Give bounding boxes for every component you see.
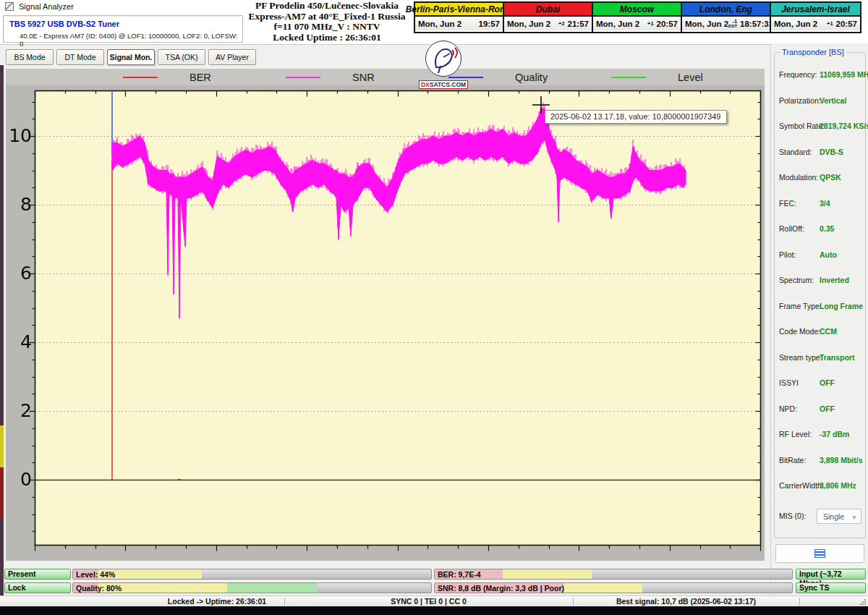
level-line-swatch bbox=[611, 77, 646, 78]
header-area: Signal Analyzer TBS 5927 USB DVB-S2 Tune… bbox=[0, 0, 868, 45]
resize-grip[interactable] bbox=[859, 598, 867, 606]
tp-row-value: 3,806 MHz bbox=[820, 481, 856, 490]
transponder-row: CarrierWidth:3,806 MHz bbox=[775, 481, 865, 491]
tab-av-player[interactable]: AV Player bbox=[208, 49, 256, 65]
tab-signal-mon-[interactable]: Signal Mon. bbox=[107, 49, 155, 65]
station-line-4: Locked Uptime : 26:36:01 bbox=[244, 33, 410, 43]
snr-bar-text: SNR: 8,8 dB (Margin: 3,3 dB | Poor) bbox=[438, 583, 564, 593]
tab-bs-mode[interactable]: BS Mode bbox=[6, 49, 54, 65]
tp-row-label: Code Mode: bbox=[779, 327, 820, 336]
clock-berlin-paris-vienna-roma: Berlin-Paris-Vienna-RomaMon, Jun 219:57 bbox=[415, 3, 504, 32]
tp-row-label: FEC: bbox=[779, 199, 796, 208]
clock-moscow: MoscowMon, Jun 2+120:57 bbox=[593, 3, 682, 32]
title-bar[interactable]: Signal Analyzer bbox=[0, 0, 246, 13]
legend-item-level: Level bbox=[611, 69, 703, 85]
chart-legend: BERSNRQualityLevel bbox=[6, 69, 765, 85]
tp-row-value: Transport bbox=[820, 353, 854, 362]
lock-badge: Lock bbox=[4, 582, 71, 593]
legend-label: Quality bbox=[515, 72, 548, 83]
tp-row-label: Spectrum: bbox=[779, 276, 814, 284]
tp-row-label: NPD: bbox=[779, 404, 797, 413]
transponder-row: Polarization:Vertical bbox=[775, 96, 865, 106]
clock-time: Mon, Jun 2-1DST18:57:31 bbox=[682, 17, 770, 30]
report-icon bbox=[814, 549, 825, 558]
app-icon bbox=[5, 2, 14, 11]
status-best-signal: Best signal: 10,7 dB (2025-06-02 13:17) bbox=[573, 597, 799, 606]
clock-dubai: DubaiMon, Jun 2+221:57 bbox=[504, 3, 593, 32]
mode-tabs: BS ModeDT ModeSignal Mon.TSA (OK)AV Play… bbox=[6, 49, 256, 65]
bar-segment bbox=[563, 583, 642, 593]
transponder-row: Standard:DVB-S bbox=[775, 148, 865, 158]
window-title: Signal Analyzer bbox=[19, 2, 74, 11]
clock-london-eng: London, EngMon, Jun 2-1DST18:57:31 bbox=[682, 3, 771, 32]
desktop-fragment bbox=[0, 425, 4, 467]
input-badge: Input (~3,72 Mbps) bbox=[796, 569, 866, 580]
transponder-row: Symbol Rate:2819,724 KS/s bbox=[775, 122, 865, 132]
transponder-panel: Transponder [BS] Frequency:11069,959 MHz… bbox=[770, 43, 868, 606]
chart-tooltip: 2025-06-02 13.17.18, value: 10,800000190… bbox=[545, 110, 727, 124]
legend-item-ber: BER bbox=[123, 69, 211, 85]
station-line-3: f=11 070 MHz_V : NNTV bbox=[244, 22, 410, 33]
tp-row-label: Standard: bbox=[779, 148, 812, 156]
tp-row-label: Frequency: bbox=[779, 70, 817, 79]
tp-row-value: -37 dBm bbox=[820, 430, 849, 438]
level-bar: Level: 44% bbox=[72, 569, 432, 580]
signal-analyzer-window: Signal Analyzer TBS 5927 USB DVB-S2 Tune… bbox=[0, 0, 868, 615]
tp-row-value: QPSK bbox=[820, 173, 841, 182]
transponder-row: Spectrum:Inverted bbox=[775, 276, 865, 286]
mis-dropdown[interactable]: Single ▼ bbox=[817, 509, 861, 524]
tp-row-value: 3,898 Mbit/s bbox=[820, 456, 863, 465]
level-bar-text: Level: 44% bbox=[76, 569, 115, 580]
quality-bar: Quality: 80% bbox=[72, 582, 432, 593]
tab-tsa-ok-[interactable]: TSA (OK) bbox=[158, 49, 205, 65]
tp-row-label: Symbol Rate: bbox=[779, 122, 825, 130]
clock-city-label: London, Eng bbox=[682, 3, 770, 17]
signal-chart: BERSNRQualityLevel 2025-06-02 13.17.18, … bbox=[6, 69, 765, 561]
legend-label: BER bbox=[190, 72, 211, 83]
tp-row-label: Modulation: bbox=[779, 173, 818, 182]
legend-label: SNR bbox=[352, 72, 375, 83]
tp-row-label: RF Level: bbox=[779, 430, 812, 438]
ber-bar-text: BER: 9,7E-4 bbox=[438, 569, 481, 580]
tp-row-value: Vertical bbox=[820, 96, 846, 105]
tp-row-value: CCM bbox=[820, 327, 837, 336]
snr-line-swatch bbox=[286, 77, 320, 78]
transponder-row: Modulation:QPSK bbox=[775, 173, 865, 183]
tab-dt-mode[interactable]: DT Mode bbox=[56, 49, 104, 65]
report-button[interactable] bbox=[775, 544, 864, 563]
tp-row-label: Pilot: bbox=[779, 250, 796, 259]
quality-bar-text: Quality: 80% bbox=[76, 583, 122, 593]
transponder-row: Frame Type:Long Frame bbox=[775, 302, 865, 312]
tuner-info-panel: TBS 5927 USB DVB-S2 Tuner 40.0E - Expres… bbox=[3, 15, 243, 43]
legend-item-snr: SNR bbox=[286, 69, 375, 85]
bar-segment bbox=[503, 569, 592, 579]
transponder-row: NPD:OFF bbox=[775, 404, 865, 415]
tp-row-value: OFF bbox=[820, 378, 835, 387]
status-divider bbox=[799, 598, 800, 606]
status-uptime: Locked -> Uptime: 26:36:01 bbox=[130, 597, 304, 606]
y-axis-label: 4 bbox=[7, 331, 32, 353]
clock-city-label: Moscow bbox=[593, 3, 681, 17]
snr-trend-plot[interactable] bbox=[6, 69, 765, 561]
clock-time: Mon, Jun 2+221:57 bbox=[504, 17, 592, 30]
tp-row-value: 11069,959 MHz bbox=[820, 70, 868, 79]
tp-row-value: Auto bbox=[820, 250, 837, 259]
transponder-row: Code Mode:CCM bbox=[775, 327, 865, 337]
tp-row-value: Long Frame bbox=[820, 302, 863, 310]
tp-row-label: CarrierWidth: bbox=[779, 481, 824, 490]
transponder-row: FEC:3/4 bbox=[775, 199, 865, 209]
groupbox-title: Transponder [BS] bbox=[780, 48, 846, 56]
tuner-name: TBS 5927 USB DVB-S2 Tuner bbox=[9, 20, 119, 28]
tp-row-label: BitRate: bbox=[779, 456, 806, 465]
bar-segment bbox=[227, 583, 317, 593]
tuner-settings: 40.0E - Express AM7 (ID: 0400) @ LOF1: 1… bbox=[20, 32, 242, 48]
tp-row-label: ISSYI bbox=[779, 378, 799, 387]
desktop-fragment bbox=[0, 467, 4, 518]
station-line-1: PF Prodelin 450/Lučenec-Slovakia bbox=[244, 1, 410, 12]
logo-text: DXSATCS.COM bbox=[419, 80, 468, 89]
world-clocks: Berlin-Paris-Vienna-RomaMon, Jun 219:57D… bbox=[414, 1, 861, 33]
transponder-row: Frequency:11069,959 MHz bbox=[775, 70, 865, 80]
present-badge: Present bbox=[4, 569, 71, 580]
dxsatcs-logo: DXSATCS.COM bbox=[415, 41, 472, 82]
y-axis-label: 2 bbox=[7, 400, 32, 422]
